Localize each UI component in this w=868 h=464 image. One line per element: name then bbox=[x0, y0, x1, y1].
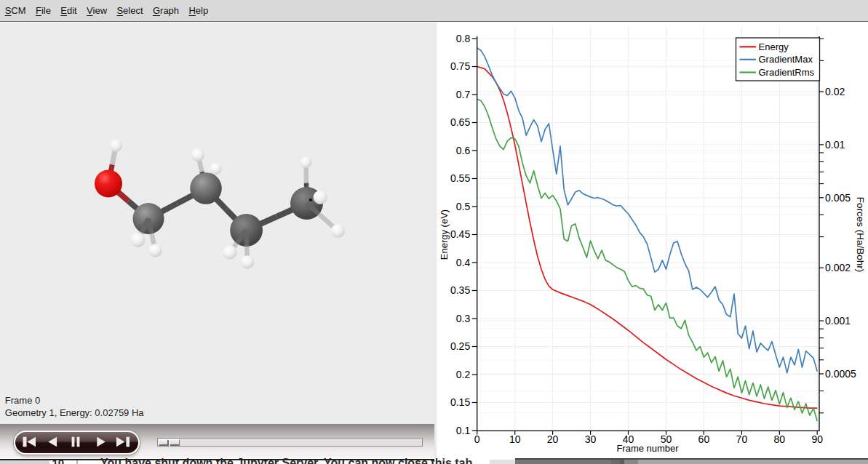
svg-text:0.4: 0.4 bbox=[456, 257, 471, 268]
svg-text:0.5: 0.5 bbox=[456, 201, 471, 212]
svg-text:0.02: 0.02 bbox=[825, 86, 845, 97]
svg-text:10: 10 bbox=[509, 433, 521, 445]
svg-text:0: 0 bbox=[474, 433, 480, 445]
svg-text:0.001: 0.001 bbox=[825, 315, 851, 327]
svg-text:0.3: 0.3 bbox=[456, 313, 471, 324]
svg-text:0.65: 0.65 bbox=[450, 116, 470, 128]
svg-text:0.002: 0.002 bbox=[825, 262, 851, 273]
svg-text:60: 60 bbox=[698, 433, 710, 445]
svg-text:90: 90 bbox=[811, 433, 823, 445]
svg-text:0.7: 0.7 bbox=[456, 89, 471, 100]
svg-text:0.005: 0.005 bbox=[825, 192, 851, 204]
svg-text:0.25: 0.25 bbox=[450, 340, 470, 352]
svg-text:0.75: 0.75 bbox=[450, 60, 470, 72]
svg-text:0.1: 0.1 bbox=[456, 425, 471, 436]
svg-text:GradientMax: GradientMax bbox=[759, 54, 813, 65]
svg-text:0.35: 0.35 bbox=[450, 284, 470, 296]
svg-text:0.15: 0.15 bbox=[450, 396, 470, 408]
svg-text:0.2: 0.2 bbox=[456, 369, 471, 380]
svg-text:GradientRms: GradientRms bbox=[759, 67, 815, 78]
svg-text:0.8: 0.8 bbox=[456, 33, 471, 44]
svg-text:30: 30 bbox=[585, 433, 597, 445]
svg-text:20: 20 bbox=[547, 433, 559, 445]
svg-text:0.01: 0.01 bbox=[825, 139, 845, 151]
svg-text:0.55: 0.55 bbox=[450, 172, 470, 184]
svg-text:0.6: 0.6 bbox=[456, 145, 471, 156]
svg-text:Energy: Energy bbox=[759, 41, 789, 52]
svg-text:80: 80 bbox=[774, 433, 786, 445]
svg-text:0.0005: 0.0005 bbox=[825, 368, 856, 380]
svg-text:Frame number: Frame number bbox=[616, 443, 679, 454]
svg-text:0.45: 0.45 bbox=[450, 228, 470, 240]
svg-text:70: 70 bbox=[736, 433, 748, 445]
svg-text:Forces (Ha/Bohr): Forces (Ha/Bohr) bbox=[855, 197, 866, 273]
svg-text:Energy (eV): Energy (eV) bbox=[439, 209, 450, 260]
